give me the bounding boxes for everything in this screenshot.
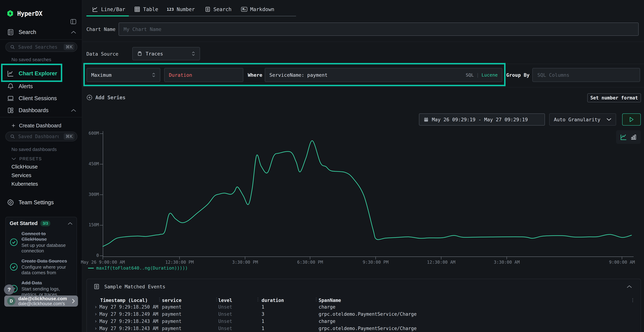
chart-name-field[interactable] [123, 26, 634, 32]
sidebar-item-chart-explorer[interactable]: Chart Explorer [0, 68, 82, 79]
saved-dashboards-field[interactable] [18, 134, 59, 139]
x-tick-label: May 26 9:00:00 AM [74, 260, 132, 265]
sample-events-header[interactable]: Sample Matched Events [87, 279, 640, 294]
dashboards-label: Dashboards [18, 107, 48, 114]
saved-searches-input[interactable]: ⌘K [5, 42, 77, 52]
y-tick-label: 600M [79, 131, 99, 136]
presets-label: PRESETS [19, 156, 42, 161]
search-list-icon [205, 6, 210, 12]
table-row[interactable]: › May 27 9:29:18.243 AM payment Unset 1 … [87, 326, 640, 332]
sidebar-item-alerts[interactable]: Alerts [0, 81, 82, 92]
markdown-icon: M↓ [241, 7, 247, 12]
column-header-spanname[interactable]: SpanName [318, 298, 341, 303]
kebab-menu-icon[interactable]: ⋮ [630, 298, 635, 302]
sidebar-item-team-settings[interactable]: Team Settings [0, 197, 82, 208]
tab-markdown[interactable]: M↓ Markdown [241, 5, 274, 14]
toggle-separator: | [476, 72, 479, 78]
column-header-service[interactable]: service [162, 298, 182, 303]
chevron-up-icon[interactable] [68, 222, 73, 225]
set-number-format-button[interactable]: Set number format [587, 94, 641, 102]
chart-type-toggle [616, 130, 641, 144]
cell-duration: 1 [262, 304, 264, 310]
get-started-item[interactable]: Create Data Sources Configure where your… [10, 258, 73, 276]
preset-kubernetes[interactable]: Kubernetes [12, 181, 38, 187]
column-drag-handle-icon[interactable]: ⋮ [314, 297, 318, 302]
cell-timestamp: May 27 9:29:18.243 AM [100, 318, 158, 324]
aggregation-select[interactable]: Maximum [86, 68, 160, 82]
hyperdx-chart-explorer: { "app": {"name": "HyperDX"}, "sidebar":… [0, 0, 644, 332]
user-profile-bar[interactable]: D dale@clickhouse.com dale@clickhouse.co… [4, 296, 78, 306]
run-query-button[interactable] [622, 114, 641, 126]
where-input[interactable]: ServiceName: payment SQL | Lucene [265, 68, 502, 82]
column-drag-handle-icon[interactable]: ⋮ [157, 297, 162, 302]
alerts-label: Alerts [18, 83, 33, 90]
line-bar-chart-icon [92, 6, 98, 12]
x-tick-label: 3:30:00 PM [216, 260, 274, 265]
cell-service: payment [162, 304, 182, 310]
table-row[interactable]: › May 27 9:29:18.243 AM payment Unset 1 … [87, 318, 640, 326]
chart-explorer-icon [7, 70, 14, 77]
tab-table[interactable]: Table [134, 5, 158, 14]
create-dashboard-button[interactable]: Create Dashboard [0, 120, 82, 131]
chevron-up-icon[interactable] [71, 30, 76, 34]
field-input[interactable]: Duration [164, 68, 243, 82]
get-started-item-desc: Set up your database connection [22, 242, 68, 254]
granularity-select[interactable]: Auto Granularity [549, 114, 616, 126]
x-tick-label: 6:30:00 PM [282, 260, 339, 265]
chevron-down-icon [606, 118, 612, 121]
line-chart-icon[interactable] [620, 134, 627, 140]
sidebar-collapse-icon[interactable] [70, 18, 77, 25]
date-range-picker[interactable]: May 26 09:29:19 - May 27 09:29:19 [419, 114, 545, 126]
row-expand-icon[interactable]: › [95, 318, 97, 324]
gear-icon [7, 199, 14, 206]
column-header-duration[interactable]: duration [262, 298, 284, 303]
table-grid-icon [134, 6, 140, 12]
group-by-label: Group By [506, 72, 530, 78]
saved-searches-field[interactable] [18, 44, 59, 50]
row-expand-icon[interactable]: › [95, 304, 97, 310]
chevron-up-icon[interactable] [627, 285, 632, 288]
sql-mode-toggle[interactable]: SQL [466, 72, 474, 78]
row-expand-icon[interactable]: › [95, 326, 97, 331]
aggregation-value: Maximum [91, 72, 112, 78]
lucene-mode-toggle[interactable]: Lucene [482, 72, 498, 78]
group-by-field[interactable] [537, 72, 636, 78]
tab-label: Search [214, 6, 232, 12]
row-expand-icon[interactable]: › [95, 311, 97, 317]
sidebar-item-dashboards[interactable]: Dashboards [0, 105, 82, 116]
tab-label: Markdown [250, 6, 274, 12]
cell-timestamp: May 27 9:29:18.250 AM [100, 304, 158, 310]
user-subtitle: dale@clickhouse.com's [18, 301, 67, 306]
help-button[interactable]: ? [4, 284, 14, 295]
group-by-input[interactable] [532, 68, 640, 82]
preset-services[interactable]: Services [12, 172, 31, 178]
tab-search[interactable]: Search [205, 5, 232, 14]
plus-circle-icon [86, 94, 92, 100]
preset-clickhouse[interactable]: ClickHouse [12, 164, 38, 170]
get-started-item[interactable]: Add Data Start sending logs, metrics, or… [10, 280, 73, 297]
chart-legend[interactable]: maxIf(toFloat640..ng(Duration))))) [88, 266, 188, 271]
column-header-level[interactable]: level [218, 298, 232, 303]
data-source-label: Data Source [86, 51, 118, 57]
chart-name-input[interactable] [118, 22, 639, 36]
saved-dashboards-input[interactable]: ⌘K [5, 132, 77, 141]
table-row[interactable]: › May 27 9:29:18.249 AM payment Unset 3 … [87, 312, 640, 318]
tab-number[interactable]: 123 Number [167, 5, 195, 14]
hyperdx-logo-icon [6, 10, 14, 17]
get-started-item[interactable]: Connect to ClickHouse Set up your databa… [10, 231, 73, 254]
data-source-select[interactable]: Traces [132, 47, 200, 60]
sample-events-title: Sample Matched Events [104, 284, 165, 290]
chevron-up-icon[interactable] [71, 109, 76, 112]
tab-line-bar[interactable]: Line/Bar [92, 5, 125, 14]
bar-chart-icon[interactable] [630, 134, 637, 140]
sidebar-item-client-sessions[interactable]: Client Sessions [0, 93, 82, 104]
column-drag-handle-icon[interactable]: ⋮ [256, 297, 260, 302]
column-header-timestamp[interactable]: Timestamp (Local) [100, 298, 148, 303]
table-row[interactable]: › May 27 9:29:18.250 AM payment Unset 1 … [87, 304, 640, 312]
cell-timestamp: May 27 9:29:18.243 AM [100, 326, 158, 331]
cell-level: Unset [218, 304, 232, 310]
sample-events-panel: Sample Matched Events Timestamp (Local) … [86, 279, 641, 332]
sidebar-item-search[interactable]: Search [0, 27, 82, 38]
add-series-button[interactable]: Add Series [86, 94, 126, 100]
presets-toggle[interactable]: PRESETS [12, 156, 42, 161]
